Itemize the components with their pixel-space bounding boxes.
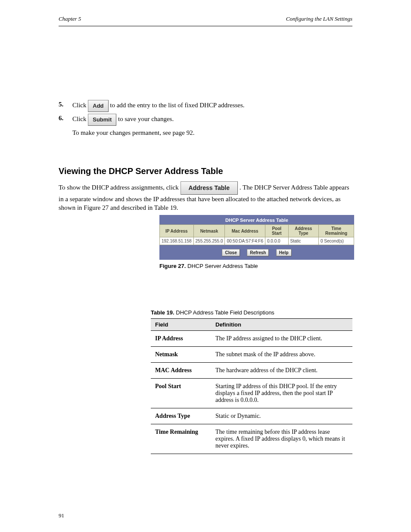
step-5: 5. Click Add to add the entry to the lis…: [59, 100, 352, 112]
figure-button-row: Close Refresh Help: [159, 245, 354, 260]
step-note: To make your changes permanent, see page…: [72, 128, 352, 137]
step-number: 5.: [59, 100, 66, 112]
col-ip: IP Address: [160, 225, 194, 237]
step-6: 6. Click Submit to save your changes. To…: [59, 114, 352, 137]
section-title: Viewing the DHCP Server Address Table: [59, 165, 352, 177]
help-button[interactable]: Help: [276, 249, 292, 256]
close-button[interactable]: Close: [222, 249, 240, 256]
refresh-button[interactable]: Refresh: [247, 249, 269, 256]
col-time: Time Remaining: [318, 225, 354, 237]
step-text: Click Add to add the entry to the list o…: [72, 100, 245, 112]
address-table-button[interactable]: Address Table: [181, 181, 238, 195]
table-row: Time Remaining The time remaining before…: [151, 424, 352, 454]
field-col: Field: [151, 319, 211, 331]
table-row: Netmask The subnet mask of the IP addres…: [151, 347, 352, 363]
col-addrtype: Address Type: [288, 225, 318, 237]
figure-title: DHCP Server Address Table: [159, 215, 354, 224]
step-text: Click Submit to save your changes.: [72, 114, 174, 126]
submit-button[interactable]: Submit: [88, 114, 116, 126]
table-row: Address Type Static or Dynamic.: [151, 408, 352, 424]
table-row: MAC Address The hardware address of the …: [151, 363, 352, 379]
table-row: IP Address The IP address assigned to th…: [151, 331, 352, 347]
table-caption: Table 19. DHCP Address Table Field Descr…: [151, 309, 352, 316]
header-chapter: Chapter 5: [59, 16, 81, 22]
table-row: 192.168.51.158 255.255.255.0 00:50:DA:57…: [160, 237, 354, 245]
table-row: Pool Start Starting IP address of this D…: [151, 379, 352, 408]
page-header: Chapter 5 Configuring the LAN Settings: [59, 16, 352, 26]
field-descriptions-table: Field Definition IP Address The IP addre…: [151, 318, 352, 454]
col-netmask: Netmask: [193, 225, 225, 237]
col-poolstart: Pool Start: [265, 225, 288, 237]
page-number: 91: [59, 512, 64, 519]
figure-caption: Figure 27. DHCP Server Address Table: [159, 263, 354, 269]
col-mac: Mac Address: [225, 225, 265, 237]
add-button[interactable]: Add: [88, 100, 108, 112]
definition-col: Definition: [211, 319, 352, 331]
section: Viewing the DHCP Server Address Table To…: [59, 165, 352, 212]
header-title: Configuring the LAN Settings: [286, 16, 352, 22]
dhcp-address-table: IP Address Netmask Mac Address Pool Star…: [159, 224, 354, 245]
field-table-section: Table 19. DHCP Address Table Field Descr…: [151, 309, 352, 454]
step-number: 6.: [59, 114, 66, 126]
dhcp-address-table-figure: DHCP Server Address Table IP Address Net…: [159, 215, 354, 260]
section-desc: To show the DHCP address assignments, cl…: [59, 181, 352, 212]
